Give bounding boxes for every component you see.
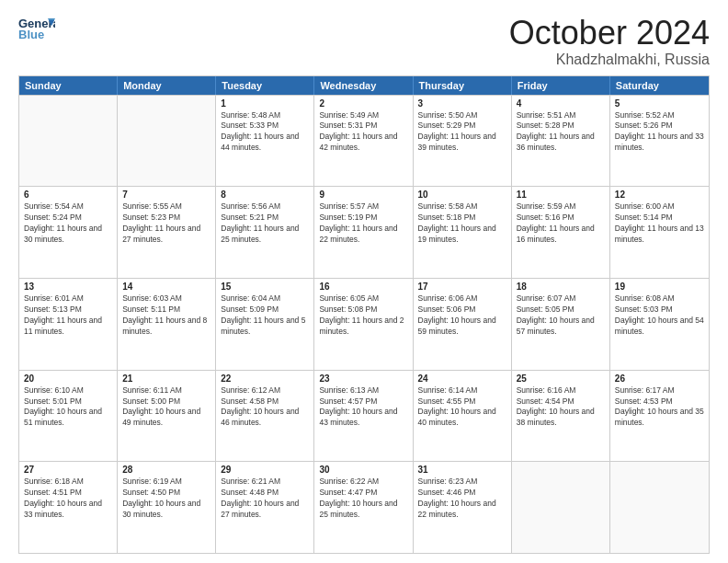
calendar-cell bbox=[512, 462, 610, 553]
calendar-cell: 28Sunrise: 6:19 AMSunset: 4:50 PMDayligh… bbox=[118, 462, 216, 553]
sunrise-text: Sunrise: 5:49 AM bbox=[319, 110, 407, 121]
sunrise-text: Sunrise: 5:50 AM bbox=[418, 110, 506, 121]
sunrise-text: Sunrise: 5:58 AM bbox=[418, 201, 506, 213]
calendar-cell: 4Sunrise: 5:51 AMSunset: 5:28 PMDaylight… bbox=[512, 96, 610, 187]
sunset-text: Sunset: 5:14 PM bbox=[615, 213, 704, 224]
sunrise-text: Sunrise: 6:06 AM bbox=[418, 293, 506, 304]
day-number: 24 bbox=[418, 373, 506, 384]
daylight-text: Daylight: 10 hours and 33 minutes. bbox=[24, 499, 112, 521]
calendar-cell: 24Sunrise: 6:14 AMSunset: 4:55 PMDayligh… bbox=[414, 371, 512, 462]
sunrise-text: Sunrise: 5:54 AM bbox=[24, 201, 112, 213]
day-number: 9 bbox=[319, 190, 407, 200]
calendar-cell: 23Sunrise: 6:13 AMSunset: 4:57 PMDayligh… bbox=[314, 371, 413, 462]
header-day-sunday: Sunday bbox=[19, 76, 118, 95]
sunset-text: Sunset: 4:58 PM bbox=[221, 396, 309, 408]
sunrise-text: Sunrise: 6:22 AM bbox=[319, 477, 407, 488]
day-number: 8 bbox=[221, 190, 309, 200]
sunrise-text: Sunrise: 6:12 AM bbox=[221, 385, 309, 396]
calendar-cell: 9Sunrise: 5:57 AMSunset: 5:19 PMDaylight… bbox=[314, 187, 413, 278]
day-number: 31 bbox=[418, 465, 506, 475]
day-number: 29 bbox=[221, 465, 309, 475]
header-day-monday: Monday bbox=[118, 76, 216, 95]
day-number: 11 bbox=[517, 190, 605, 200]
calendar-cell: 22Sunrise: 6:12 AMSunset: 4:58 PMDayligh… bbox=[216, 371, 314, 462]
sunset-text: Sunset: 5:11 PM bbox=[122, 304, 210, 316]
sunset-text: Sunset: 4:50 PM bbox=[122, 488, 210, 499]
calendar-cell bbox=[610, 462, 709, 553]
calendar-cell: 6Sunrise: 5:54 AMSunset: 5:24 PMDaylight… bbox=[19, 187, 118, 278]
day-number: 14 bbox=[122, 282, 210, 292]
sunrise-text: Sunrise: 5:59 AM bbox=[517, 201, 605, 213]
calendar-cell: 31Sunrise: 6:23 AMSunset: 4:46 PMDayligh… bbox=[414, 462, 512, 553]
calendar: SundayMondayTuesdayWednesdayThursdayFrid… bbox=[18, 75, 710, 554]
daylight-text: Daylight: 10 hours and 46 minutes. bbox=[221, 407, 309, 429]
calendar-location: Khadzhalmakhi, Russia bbox=[509, 52, 710, 68]
daylight-text: Daylight: 10 hours and 49 minutes. bbox=[122, 407, 210, 429]
header-day-saturday: Saturday bbox=[610, 76, 709, 95]
calendar-cell bbox=[19, 96, 118, 187]
calendar-cell: 26Sunrise: 6:17 AMSunset: 4:53 PMDayligh… bbox=[610, 371, 709, 462]
sunrise-text: Sunrise: 5:55 AM bbox=[122, 201, 210, 213]
calendar-row-2: 6Sunrise: 5:54 AMSunset: 5:24 PMDaylight… bbox=[19, 186, 709, 278]
sunset-text: Sunset: 4:47 PM bbox=[319, 488, 407, 499]
day-number: 12 bbox=[615, 190, 704, 200]
calendar-body: 1Sunrise: 5:48 AMSunset: 5:33 PMDaylight… bbox=[19, 95, 709, 553]
sunset-text: Sunset: 4:57 PM bbox=[319, 396, 407, 408]
calendar-cell: 20Sunrise: 6:10 AMSunset: 5:01 PMDayligh… bbox=[19, 371, 118, 462]
sunrise-text: Sunrise: 5:51 AM bbox=[517, 110, 605, 121]
daylight-text: Daylight: 11 hours and 30 minutes. bbox=[24, 224, 112, 246]
calendar-cell: 12Sunrise: 6:00 AMSunset: 5:14 PMDayligh… bbox=[610, 187, 709, 278]
daylight-text: Daylight: 10 hours and 43 minutes. bbox=[319, 407, 407, 429]
day-number: 18 bbox=[517, 282, 605, 292]
sunrise-text: Sunrise: 6:11 AM bbox=[122, 385, 210, 396]
daylight-text: Daylight: 10 hours and 59 minutes. bbox=[418, 316, 506, 338]
logo-icon: General Blue bbox=[18, 15, 55, 44]
day-number: 23 bbox=[319, 373, 407, 384]
calendar-cell: 30Sunrise: 6:22 AMSunset: 4:47 PMDayligh… bbox=[314, 462, 413, 553]
sunset-text: Sunset: 5:09 PM bbox=[221, 304, 309, 316]
calendar-cell: 17Sunrise: 6:06 AMSunset: 5:06 PMDayligh… bbox=[414, 279, 512, 370]
calendar-row-3: 13Sunrise: 6:01 AMSunset: 5:13 PMDayligh… bbox=[19, 278, 709, 370]
sunrise-text: Sunrise: 6:01 AM bbox=[24, 293, 112, 304]
header-day-wednesday: Wednesday bbox=[314, 76, 413, 95]
calendar-header: SundayMondayTuesdayWednesdayThursdayFrid… bbox=[19, 76, 709, 95]
day-number: 19 bbox=[615, 282, 704, 292]
day-number: 20 bbox=[24, 373, 112, 384]
daylight-text: Daylight: 11 hours and 33 minutes. bbox=[615, 132, 704, 154]
day-number: 6 bbox=[24, 190, 112, 200]
sunset-text: Sunset: 4:46 PM bbox=[418, 488, 506, 499]
sunrise-text: Sunrise: 6:05 AM bbox=[319, 293, 407, 304]
calendar-cell: 15Sunrise: 6:04 AMSunset: 5:09 PMDayligh… bbox=[216, 279, 314, 370]
daylight-text: Daylight: 11 hours and 2 minutes. bbox=[319, 316, 407, 338]
daylight-text: Daylight: 10 hours and 51 minutes. bbox=[24, 407, 112, 429]
sunset-text: Sunset: 5:24 PM bbox=[24, 213, 112, 224]
daylight-text: Daylight: 10 hours and 30 minutes. bbox=[122, 499, 210, 521]
sunrise-text: Sunrise: 6:08 AM bbox=[615, 293, 704, 304]
day-number: 10 bbox=[418, 190, 506, 200]
calendar-row-1: 1Sunrise: 5:48 AMSunset: 5:33 PMDaylight… bbox=[19, 95, 709, 187]
daylight-text: Daylight: 10 hours and 25 minutes. bbox=[319, 499, 407, 521]
daylight-text: Daylight: 11 hours and 27 minutes. bbox=[122, 224, 210, 246]
sunrise-text: Sunrise: 6:17 AM bbox=[615, 385, 704, 396]
daylight-text: Daylight: 11 hours and 44 minutes. bbox=[221, 132, 309, 154]
sunset-text: Sunset: 5:13 PM bbox=[24, 304, 112, 316]
sunset-text: Sunset: 5:00 PM bbox=[122, 396, 210, 408]
svg-text:Blue: Blue bbox=[18, 28, 44, 41]
calendar-cell: 21Sunrise: 6:11 AMSunset: 5:00 PMDayligh… bbox=[118, 371, 216, 462]
daylight-text: Daylight: 11 hours and 11 minutes. bbox=[24, 316, 112, 338]
sunset-text: Sunset: 5:28 PM bbox=[517, 121, 605, 132]
sunrise-text: Sunrise: 6:00 AM bbox=[615, 201, 704, 213]
header-day-friday: Friday bbox=[512, 76, 610, 95]
daylight-text: Daylight: 10 hours and 57 minutes. bbox=[517, 316, 605, 338]
sunrise-text: Sunrise: 6:16 AM bbox=[517, 385, 605, 396]
day-number: 27 bbox=[24, 465, 112, 475]
calendar-row-4: 20Sunrise: 6:10 AMSunset: 5:01 PMDayligh… bbox=[19, 370, 709, 462]
sunrise-text: Sunrise: 6:18 AM bbox=[24, 477, 112, 488]
sunset-text: Sunset: 5:31 PM bbox=[319, 121, 407, 132]
calendar-cell: 3Sunrise: 5:50 AMSunset: 5:29 PMDaylight… bbox=[414, 96, 512, 187]
sunset-text: Sunset: 5:21 PM bbox=[221, 213, 309, 224]
sunrise-text: Sunrise: 6:03 AM bbox=[122, 293, 210, 304]
sunset-text: Sunset: 5:16 PM bbox=[517, 213, 605, 224]
day-number: 30 bbox=[319, 465, 407, 475]
sunset-text: Sunset: 5:05 PM bbox=[517, 304, 605, 316]
